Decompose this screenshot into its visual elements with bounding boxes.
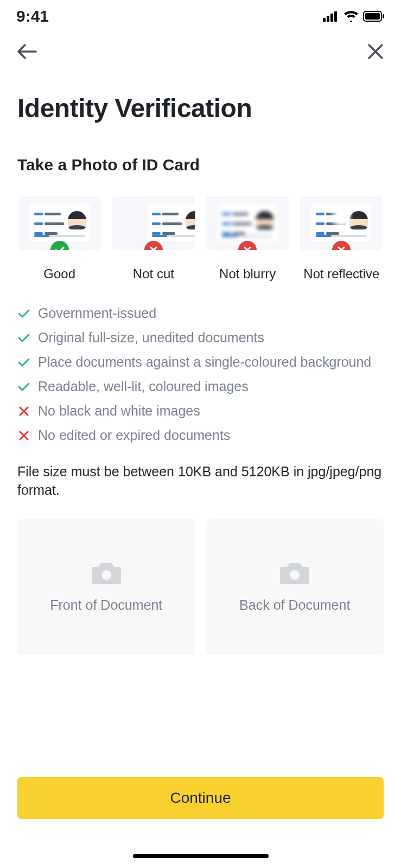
- upload-label: Front of Document: [50, 597, 162, 613]
- battery-icon: [363, 7, 385, 25]
- upload-back[interactable]: Back of Document: [206, 519, 384, 655]
- upload-label: Back of Document: [239, 597, 350, 613]
- example-not-cut: Not cut: [111, 196, 195, 282]
- upload-front[interactable]: Front of Document: [17, 519, 195, 655]
- example-label: Not blurry: [219, 266, 276, 282]
- camera-icon: [91, 560, 122, 588]
- camera-icon: [279, 560, 310, 588]
- svg-point-7: [101, 570, 111, 580]
- example-good: Good: [17, 196, 101, 282]
- rule-text: Place documents against a single-coloure…: [38, 354, 371, 370]
- svg-rect-6: [383, 14, 384, 18]
- home-indicator: [133, 854, 269, 858]
- x-circle-icon: [144, 241, 163, 250]
- continue-button[interactable]: Continue: [17, 777, 384, 819]
- rule-text: Government-issued: [38, 305, 156, 321]
- rules-list: Government-issued Original full-size, un…: [17, 301, 384, 448]
- status-bar: 9:41: [0, 0, 401, 33]
- status-time: 9:41: [16, 7, 49, 25]
- rule-item: Place documents against a single-coloure…: [17, 350, 384, 374]
- example-label: Not reflective: [303, 266, 379, 282]
- x-circle-icon: [332, 241, 351, 250]
- example-label: Not cut: [133, 266, 174, 282]
- check-icon: [17, 356, 30, 369]
- rule-text: No edited or expired documents: [38, 427, 230, 443]
- example-not-blurry: Not blurry: [206, 196, 290, 282]
- svg-point-8: [290, 570, 300, 580]
- rule-item: Government-issued: [17, 301, 384, 326]
- rule-item: No edited or expired documents: [17, 423, 384, 448]
- check-icon: [17, 331, 30, 344]
- wifi-icon: [343, 7, 359, 25]
- x-icon: [17, 405, 30, 418]
- svg-rect-3: [334, 11, 337, 22]
- page-title: Identity Verification: [17, 93, 384, 123]
- x-circle-icon: [238, 241, 257, 250]
- cellular-icon: [323, 7, 339, 25]
- svg-rect-2: [330, 14, 333, 22]
- example-label: Good: [43, 266, 75, 282]
- x-icon: [17, 429, 30, 442]
- check-icon: [17, 380, 30, 393]
- upload-row: Front of Document Back of Document: [17, 519, 384, 655]
- nav-bar: [0, 33, 401, 67]
- status-icons: [323, 7, 385, 25]
- check-icon: [17, 307, 30, 320]
- svg-rect-1: [327, 16, 329, 22]
- page-subtitle: Take a Photo of ID Card: [17, 156, 384, 174]
- rule-text: No black and white images: [38, 403, 200, 419]
- rule-text: Original full-size, unedited documents: [38, 330, 264, 346]
- rule-item: Original full-size, unedited documents: [17, 326, 384, 350]
- back-arrow-icon[interactable]: [17, 44, 37, 61]
- check-circle-icon: [50, 241, 69, 250]
- example-not-reflective: Not reflective: [300, 196, 384, 282]
- examples-row: Good Not cut: [17, 196, 384, 282]
- svg-rect-5: [365, 13, 380, 20]
- close-icon[interactable]: [367, 43, 384, 62]
- rule-text: Readable, well-lit, coloured images: [38, 379, 249, 394]
- file-note: File size must be between 10KB and 5120K…: [17, 463, 384, 500]
- svg-rect-0: [323, 18, 326, 22]
- rule-item: Readable, well-lit, coloured images: [17, 374, 384, 399]
- rule-item: No black and white images: [17, 399, 384, 423]
